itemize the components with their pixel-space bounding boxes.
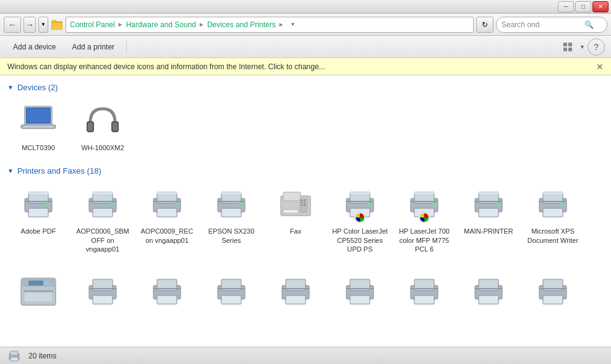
svg-rect-50 [350, 192, 370, 194]
svg-point-53 [367, 202, 370, 205]
svg-rect-30 [153, 201, 181, 202]
printer-row2-7[interactable] [393, 268, 455, 318]
forward-button[interactable]: → [24, 17, 36, 33]
info-message: Windows can display enhanced device icon… [7, 62, 325, 71]
svg-point-65 [496, 202, 498, 205]
svg-rect-45 [301, 205, 302, 206]
info-close-button[interactable]: ✕ [596, 62, 604, 72]
printer-row2-6-icon [340, 272, 380, 311]
printer-ms-xps[interactable]: Microsoft XPS Document Writer [522, 180, 584, 258]
printer-row2-9[interactable] [522, 268, 584, 318]
devices-section-header[interactable]: ▼ Devices (2) [7, 83, 604, 92]
svg-rect-84 [157, 295, 177, 304]
device-wh1000xm2[interactable]: WH-1000XM2 [72, 97, 134, 156]
printer-row2-2[interactable] [72, 268, 134, 318]
breadcrumb-sep-3: ► [278, 21, 284, 28]
svg-rect-7 [27, 108, 50, 123]
hp-color-badge [354, 212, 365, 223]
printer-row2-6[interactable] [329, 268, 391, 318]
history-dropdown[interactable]: ▼ [38, 17, 48, 33]
svg-rect-96 [350, 295, 370, 304]
printer-aopc0009-icon [147, 185, 187, 224]
search-input[interactable] [502, 20, 582, 29]
breadcrumb-sep-1: ► [118, 21, 124, 28]
svg-rect-35 [221, 208, 241, 217]
printer-aopc0006[interactable]: AOPC0006_SBM OFF on vngaapp01 [72, 180, 134, 258]
svg-rect-89 [218, 288, 245, 289]
svg-rect-92 [286, 295, 306, 304]
printer-row2-1[interactable] [7, 268, 69, 318]
printer-hp-color[interactable]: HP Color LaserJet CP5520 Series UPD PS [329, 180, 391, 258]
printer-main[interactable]: MAIN-PRINTER [458, 180, 519, 258]
close-button[interactable]: ✕ [592, 1, 609, 12]
view-button[interactable] [560, 38, 577, 56]
svg-rect-80 [93, 295, 113, 304]
breadcrumb-control-panel[interactable]: Control Panel [70, 20, 115, 29]
svg-rect-22 [93, 192, 113, 194]
printers-collapse-arrow: ▼ [7, 167, 14, 174]
printer-aopc0009-label: AOPC0009_REC on vngaapp01 [139, 227, 195, 245]
back-button[interactable]: ← [4, 17, 21, 33]
title-bar: ─ □ ✕ [0, 0, 611, 14]
printer-row2-5[interactable] [265, 268, 327, 318]
svg-rect-74 [24, 290, 53, 292]
svg-rect-69 [543, 208, 563, 217]
svg-rect-109 [539, 288, 566, 289]
printer-epson[interactable]: EPSON SX230 Series [200, 180, 262, 258]
printer-row2-8[interactable] [458, 268, 519, 318]
svg-point-31 [174, 202, 177, 205]
content-pane: ▼ Devices (2) [0, 75, 611, 347]
svg-rect-23 [93, 208, 113, 217]
breadcrumb-dropdown[interactable]: ▼ [287, 17, 299, 32]
svg-rect-64 [475, 201, 502, 202]
printer-fax[interactable]: Fax [265, 180, 327, 258]
toolbar-separator [126, 41, 127, 53]
svg-rect-100 [414, 295, 434, 304]
printer-hp-color-icon [340, 185, 380, 224]
svg-rect-47 [283, 210, 298, 213]
svg-rect-41 [301, 200, 302, 201]
svg-rect-52 [346, 201, 374, 202]
svg-rect-34 [221, 192, 241, 194]
svg-point-77 [45, 281, 49, 285]
svg-rect-42 [304, 200, 306, 201]
svg-rect-43 [301, 202, 302, 203]
printer-epson-icon [212, 185, 251, 224]
svg-rect-58 [411, 201, 438, 202]
refresh-button[interactable]: ↻ [476, 17, 494, 33]
status-item-count: 20 items [28, 352, 56, 360]
maximize-button[interactable]: □ [575, 1, 591, 12]
svg-rect-44 [304, 202, 306, 203]
printer-hp-laser[interactable]: HP LaserJet 700 color MFP M775 PCL 6 [393, 180, 455, 258]
minimize-button[interactable]: ─ [558, 1, 574, 12]
printer-row2-4[interactable] [200, 268, 262, 318]
svg-rect-88 [221, 295, 241, 304]
add-printer-button[interactable]: Add a printer [65, 38, 121, 56]
printer-aopc0009[interactable]: AOPC0009_REC on vngaapp01 [136, 180, 198, 258]
printer-epson-label: EPSON SX230 Series [203, 227, 259, 245]
printers-section-header[interactable]: ▼ Printers and Faxes (18) [7, 166, 604, 176]
svg-rect-104 [479, 295, 498, 304]
svg-rect-97 [346, 288, 374, 289]
toolbar: Add a device Add a printer ▼ ? [0, 36, 611, 58]
add-device-button[interactable]: Add a device [6, 38, 62, 56]
svg-rect-76 [28, 281, 43, 286]
breadcrumb-bar: Control Panel ► Hardware and Sound ► Dev… [66, 17, 474, 33]
svg-rect-85 [153, 288, 181, 289]
svg-rect-70 [539, 201, 566, 202]
help-button[interactable]: ? [588, 38, 605, 56]
device-mclt0390-label: MCLT0390 [22, 143, 55, 152]
device-mclt0390[interactable]: MCLT0390 [7, 97, 69, 156]
view-dropdown[interactable]: ▼ [579, 44, 585, 50]
breadcrumb-hardware[interactable]: Hardware and Sound [126, 20, 196, 29]
printer-adobe-label: Adobe PDF [21, 227, 56, 235]
svg-rect-101 [411, 288, 438, 289]
printer-row2-3-icon [147, 272, 187, 311]
breadcrumb-sep-2: ► [199, 21, 205, 28]
printer-main-icon [469, 185, 508, 224]
search-icon[interactable]: 🔍 [584, 20, 594, 29]
printer-row2-3[interactable] [136, 268, 198, 318]
breadcrumb-devices[interactable]: Devices and Printers [207, 20, 276, 29]
svg-point-19 [46, 202, 48, 205]
printer-adobe-pdf[interactable]: Adobe PDF [7, 180, 69, 258]
